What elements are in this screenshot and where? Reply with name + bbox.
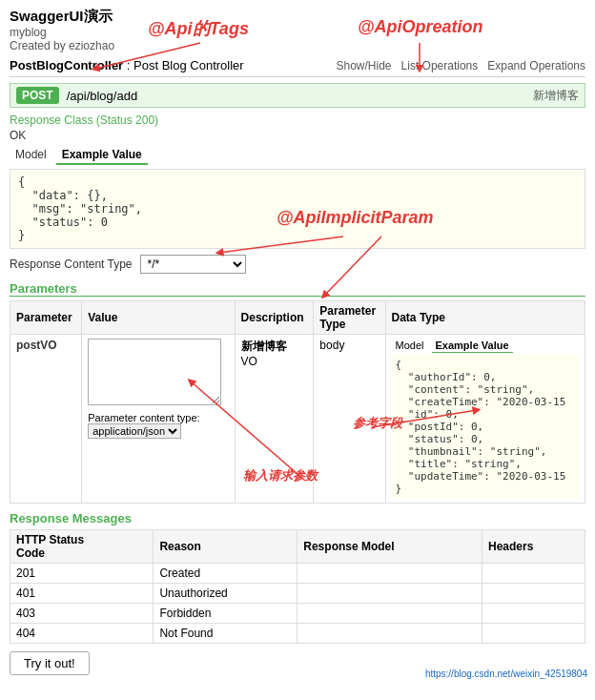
app-creator: Created by eziozhao <box>10 39 585 52</box>
ok-text: OK <box>10 129 585 142</box>
response-code: 403 <box>10 604 154 624</box>
data-type-model-tab[interactable]: Model <box>392 339 428 353</box>
show-hide-link[interactable]: Show/Hide <box>337 59 392 72</box>
expand-operations-link[interactable]: Expand Operations <box>487 59 585 72</box>
col-param-type: Parameter Type <box>314 301 385 335</box>
col-response-model: Response Model <box>298 530 482 564</box>
col-parameter: Parameter <box>10 301 82 335</box>
response-code: 201 <box>10 564 154 584</box>
controller-title: PostBlogController : Post Blog Controlle… <box>10 58 244 72</box>
annotation-refer-fields: 参考字段 <box>353 415 402 432</box>
param-desc-sub: VO <box>241 355 308 368</box>
data-type-example-tab[interactable]: Example Value <box>432 339 513 353</box>
response-model <box>298 584 482 604</box>
endpoint-summary: 新增博客 <box>533 88 579 104</box>
response-messages-table: HTTP Status Code Reason Response Model H… <box>10 529 585 644</box>
response-reason: Not Found <box>154 624 298 644</box>
param-content-type-label: Parameter content type: application/json <box>88 412 228 439</box>
param-type-value: body <box>319 339 344 352</box>
parameters-title: Parameters <box>10 281 585 297</box>
response-model <box>298 604 482 624</box>
response-class-title: Response Class (Status 200) <box>10 113 585 127</box>
app-subtitle: myblog <box>10 26 585 39</box>
response-reason: Forbidden <box>154 604 298 624</box>
response-table-row: 401 Unauthorized <box>10 584 585 604</box>
try-it-out-button[interactable]: Try it out! <box>10 651 90 675</box>
model-tab[interactable]: Model <box>10 146 52 165</box>
content-type-select[interactable]: */* application/json application/xml <box>140 255 246 274</box>
endpoint-path: /api/blog/add <box>67 89 533 103</box>
response-headers <box>482 604 585 624</box>
response-model <box>298 624 482 644</box>
param-name: postVO <box>16 339 57 352</box>
col-description: Description <box>235 301 314 335</box>
response-headers <box>482 624 585 644</box>
response-headers <box>482 584 585 604</box>
response-code: 404 <box>10 624 154 644</box>
response-table-row: 404 Not Found <box>10 624 585 644</box>
response-messages-title: Response Messages <box>10 511 585 525</box>
app-title: SwaggerUI演示 <box>10 8 585 26</box>
response-reason: Created <box>154 564 298 584</box>
col-http-status: HTTP Status Code <box>10 530 154 564</box>
col-value: Value <box>82 301 235 335</box>
response-table-row: 201 Created <box>10 564 585 584</box>
content-type-label: Response Content Type <box>10 257 133 271</box>
annotation-api-tags: @Api的Tags <box>148 17 249 40</box>
param-value-textarea[interactable] <box>88 339 221 405</box>
annotation-api-operation: @ApiOpreation <box>358 17 483 37</box>
footer-url: https://blog.csdn.net/weixin_42519804 <box>425 669 587 679</box>
param-desc-main: 新增博客 <box>241 339 308 355</box>
response-code: 401 <box>10 584 154 604</box>
example-value-tab[interactable]: Example Value <box>56 146 148 165</box>
param-content-type-select[interactable]: application/json <box>88 423 181 439</box>
annotation-api-implicit-param: @ApiImplicitParam <box>277 208 434 228</box>
data-type-example-json: { "authorId": 0, "content": "string", "c… <box>392 355 579 499</box>
col-headers: Headers <box>482 530 585 564</box>
list-operations-link[interactable]: List Operations <box>401 59 479 72</box>
response-table-row: 403 Forbidden <box>10 604 585 624</box>
response-headers <box>482 564 585 584</box>
col-data-type: Data Type <box>385 301 585 335</box>
annotation-input-params: 输入请求参数 <box>243 467 318 484</box>
response-model <box>298 564 482 584</box>
response-reason: Unauthorized <box>154 584 298 604</box>
method-badge: POST <box>16 87 59 104</box>
col-reason: Reason <box>154 530 298 564</box>
